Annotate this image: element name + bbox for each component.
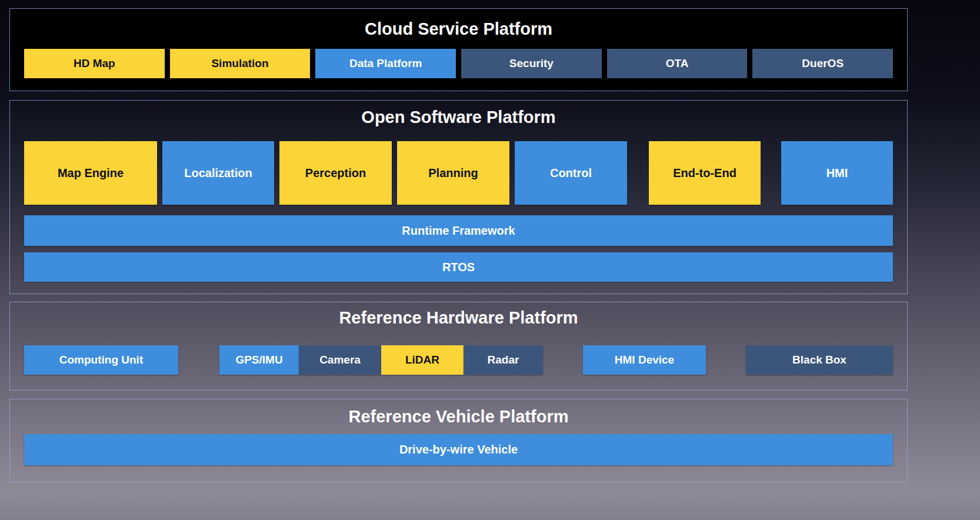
box-camera: Camera — [299, 345, 381, 375]
box-hmi: HMI — [781, 141, 893, 205]
box-perception: Perception — [279, 141, 392, 205]
box-localization: Localization — [162, 141, 274, 205]
bar-drive-by-wire-vehicle: Drive-by-wire Vehicle — [24, 434, 893, 465]
box-lidar: LiDAR — [381, 345, 464, 375]
box-end-to-end: End-to-End — [649, 141, 761, 205]
box-map-engine: Map Engine — [24, 141, 157, 205]
box-planning: Planning — [397, 141, 509, 205]
box-data-platform: Data Platform — [315, 49, 456, 78]
box-computing-unit: Computing Unit — [24, 345, 178, 375]
software-section-title: Open Software Platform — [10, 101, 907, 128]
cloud-service-platform-section: Cloud Service Platform HD Map Simulation… — [9, 8, 908, 91]
box-dueros: DuerOS — [752, 49, 893, 78]
hardware-section-title: Reference Hardware Platform — [10, 302, 907, 328]
bar-rtos: RTOS — [24, 252, 893, 282]
box-black-box: Black Box — [746, 345, 893, 375]
box-control: Control — [515, 141, 627, 205]
reference-vehicle-platform-section: Reference Vehicle Platform Drive-by-wire… — [9, 399, 908, 482]
box-gps-imu: GPS/IMU — [219, 345, 299, 375]
bar-runtime-framework: Runtime Framework — [24, 215, 893, 246]
box-ota: OTA — [607, 49, 748, 78]
box-security: Security — [461, 49, 602, 78]
box-radar: Radar — [464, 345, 543, 375]
hardware-items-row: Computing Unit GPS/IMU Camera LiDAR Rada… — [10, 345, 907, 375]
box-simulation: Simulation — [170, 49, 311, 78]
reference-hardware-platform-section: Reference Hardware Platform Computing Un… — [9, 302, 908, 391]
architecture-diagram: Cloud Service Platform HD Map Simulation… — [0, 0, 980, 520]
open-software-platform-section: Open Software Platform Map Engine Locali… — [9, 100, 908, 294]
vehicle-section-title: Reference Vehicle Platform — [10, 399, 907, 427]
software-modules-row: Map Engine Localization Perception Plann… — [10, 141, 907, 205]
cloud-section-title: Cloud Service Platform — [10, 9, 907, 39]
cloud-items-row: HD Map Simulation Data Platform Security… — [10, 49, 907, 78]
box-hd-map: HD Map — [24, 49, 165, 78]
box-hmi-device: HMI Device — [583, 345, 706, 375]
